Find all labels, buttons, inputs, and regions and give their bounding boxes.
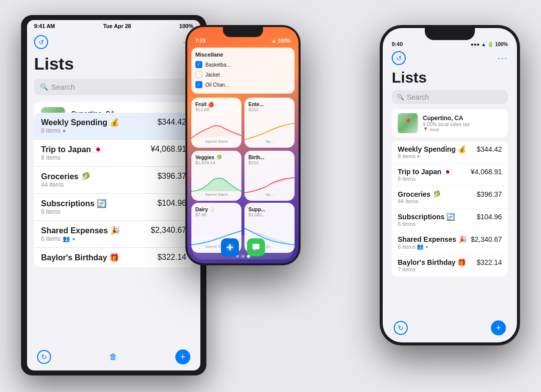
ipad-list-item-birthday[interactable]: Baylor's Birthday 🎁 $322.14 [34, 248, 193, 267]
widget-dairy-title: Dairy 🥛 [195, 207, 237, 212]
ipad-date: Tue Apr 28 [103, 23, 131, 29]
ipad-item-meta-groceries: 44 items [41, 181, 157, 188]
iphone-item-amount-weekly: $344.42 [476, 145, 502, 153]
misc-checkbox-basketball[interactable]: ✓ [195, 61, 202, 68]
ipad-item-name-japan: Trip to Japan 🇯🇵 [41, 145, 151, 154]
iphone-right-more-button[interactable]: ··· [497, 53, 508, 64]
misc-label-jacket: Jacket [205, 72, 220, 78]
messages-icon[interactable] [247, 238, 265, 256]
misc-checkbox-jacket[interactable] [195, 71, 202, 78]
ipad-item-name-weekly: Weekly Spending 💰 [41, 118, 157, 127]
iphone-item-amount-birthday: $322.14 [476, 258, 502, 266]
iphone-right-location-info: Cupertino, CA 9.00% local sales tax 📍 lo… [423, 115, 470, 132]
iphone-right-status-bar: 9:40 ●●● ▲ 🔋 100% [383, 40, 517, 48]
misc-label-basketball: Basketba... [205, 62, 230, 68]
iphone-right-screen: 9:40 ●●● ▲ 🔋 100% ↺ ··· Lists 🔍 Search [383, 28, 517, 342]
misc-checkbox-oilchange[interactable]: ✓ [195, 81, 202, 88]
iphone-list-item-shared[interactable]: Shared Expenses 🎉 6 items 👥 ● $2,340.67 [392, 231, 508, 254]
widget-entertainment-amount: $252. [248, 107, 291, 112]
iphone-right-location-tax: 9.00% local sales tax [423, 122, 470, 127]
sync-icon[interactable]: ↻ [37, 350, 51, 364]
iphone-right-toolbar: ↺ ··· [383, 48, 517, 68]
iphone-right-location-label: 📍 local [423, 127, 470, 132]
misc-item-jacket[interactable]: Jacket [195, 70, 291, 80]
iphone-item-amount-japan: ¥4,068.91 [471, 168, 502, 176]
ipad-item-amount-japan: ¥4,068.91 [151, 145, 186, 154]
ipad-item-name-groceries: Groceries 🥬 [41, 172, 157, 181]
widget-fruit[interactable]: Fruit 🍎 $12.68 Spend Stack [191, 98, 241, 148]
ipad-item-amount-groceries: $396.37 [157, 172, 186, 181]
misc-label-oilchange: Oil Chan... [205, 82, 229, 88]
widget-fruit-title: Fruit 🍎 [195, 102, 237, 107]
ipad-list-item-subscriptions[interactable]: Subscriptions 🔄 6 items $104.96 [34, 194, 193, 221]
trash-icon[interactable]: 🗑 [109, 352, 117, 361]
ipad-item-name-subscriptions: Subscriptions 🔄 [41, 199, 157, 208]
ipad-status-bar: 9:41 AM Tue Apr 28 100% [27, 20, 200, 32]
iphone-right-device: 9:40 ●●● ▲ 🔋 100% ↺ ··· Lists 🔍 Search [380, 25, 520, 345]
widgets-grid: Fruit 🍎 $12.68 Spend Stack Ente... $252. [187, 96, 299, 203]
widget-supplies-title: Supp... [248, 207, 291, 212]
ipad-item-name-shared: Shared Expenses 🎉 [41, 226, 151, 235]
widget-dairy-amount: $7.90 [195, 212, 237, 217]
refresh-icon[interactable]: ↺ [34, 35, 48, 49]
iphone-right-search-placeholder: Search [407, 93, 429, 101]
ipad-search-placeholder: Search [51, 83, 75, 91]
ipad-add-button[interactable]: + [175, 349, 190, 364]
ipad-item-meta-japan: 8 items [41, 154, 151, 161]
widget-veggies[interactable]: Veggies 🥬 $1,626.14 Spend Stack [191, 151, 241, 201]
iphone-center-battery: ▲ 100% [272, 38, 291, 44]
ipad-item-meta-weekly: 8 items ● [41, 127, 157, 134]
iphone-center-time: 7:23 [195, 38, 205, 44]
iphone-item-name-weekly: Weekly Spending 💰 [398, 145, 466, 153]
iphone-item-name-birthday: Baylor's Birthday 🎁 [398, 258, 466, 266]
iphone-center-status-bar: 7:23 ▲ 100% [187, 37, 299, 46]
iphone-right-list-group: Weekly Spending 💰 8 items ● $344.42 Trip… [392, 141, 508, 276]
ipad-list-item-weekly[interactable]: Weekly Spending 💰 8 items ● $344.42 [34, 113, 193, 140]
misc-item-oilchange[interactable]: ✓ Oil Chan... [195, 80, 291, 90]
ipad-screen: 9:41 AM Tue Apr 28 100% ↺ ··· Lists 🔍 Se… [27, 20, 200, 370]
iphone-item-name-shared: Shared Expenses 🎉 [398, 235, 467, 243]
ipad-item-meta-subscriptions: 6 items [41, 208, 157, 215]
ipad-item-amount-shared: $2,340.67 [151, 226, 186, 235]
iphone-right-sync-icon[interactable]: ↻ [394, 321, 408, 335]
iphone-right-search[interactable]: 🔍 Search [392, 90, 508, 104]
ipad-list-group: Weekly Spending 💰 8 items ● $344.42 Trip… [34, 113, 193, 267]
iphone-item-meta-groceries: 44 items [398, 198, 441, 204]
meta-dot-shared: ● [72, 236, 76, 242]
ipad-search-bar[interactable]: 🔍 Search [34, 79, 193, 95]
iphone-center-notch [223, 27, 263, 37]
iphone-right-add-button[interactable]: + [491, 320, 506, 335]
ipad-item-amount-subscriptions: $104.96 [157, 199, 186, 208]
widget-birthday[interactable]: Birth... $153. Sp... [244, 151, 295, 201]
iphone-item-meta-japan: 8 items [398, 176, 452, 182]
iphone-center-dock [192, 235, 294, 259]
iphone-right-battery: 100% [495, 42, 508, 47]
iphone-item-amount-groceries: $396.37 [476, 190, 502, 198]
iphone-item-amount-subscriptions: $104.96 [476, 213, 502, 221]
iphone-item-meta-birthday: 7 items [398, 266, 466, 272]
misc-item-basketball[interactable]: ✓ Basketba... [195, 60, 291, 70]
iphone-right-location-name: Cupertino, CA [423, 115, 470, 122]
iphone-list-item-japan[interactable]: Trip to Japan 🇯🇵 8 items ¥4,068.91 [392, 164, 508, 186]
iphone-list-item-groceries[interactable]: Groceries 🥬 44 items $396.37 [392, 186, 508, 209]
widget-veggies-amount: $1,626.14 [195, 160, 237, 165]
ipad-item-amount-birthday: $322.14 [157, 253, 186, 262]
misc-title: Miscellane [195, 52, 291, 58]
iphone-item-meta-subscriptions: 6 items [398, 221, 455, 227]
iphone-list-item-subscriptions[interactable]: Subscriptions 🔄 6 items $104.96 [392, 209, 508, 231]
iphone-right-search-icon: 🔍 [397, 94, 404, 101]
ipad-bottom-bar: ↻ 🗑 + [27, 345, 200, 368]
ipad-toolbar: ↺ ··· [27, 32, 200, 52]
widget-fruit-amount: $12.68 [195, 107, 237, 112]
ipad-list-item-japan[interactable]: Trip to Japan 🇯🇵 8 items ¥4,068.91 [34, 140, 193, 167]
iphone-right-map-thumb [398, 113, 418, 133]
iphone-right-location-card[interactable]: Cupertino, CA 9.00% local sales tax 📍 lo… [392, 109, 508, 137]
ipad-list-item-groceries[interactable]: Groceries 🥬 44 items $396.37 [34, 167, 193, 194]
safari-icon[interactable] [221, 238, 239, 256]
iphone-right-status-icons: ●●● ▲ 🔋 100% [470, 41, 508, 47]
iphone-list-item-weekly[interactable]: Weekly Spending 💰 8 items ● $344.42 [392, 141, 508, 164]
widget-entertainment[interactable]: Ente... $252. Sp... [244, 98, 295, 148]
iphone-right-refresh-icon[interactable]: ↺ [392, 51, 406, 65]
ipad-list-item-shared[interactable]: Shared Expenses 🎉 6 items 👥 ● $2,340.67 [34, 221, 193, 248]
iphone-list-item-birthday[interactable]: Baylor's Birthday 🎁 7 items $322.14 [392, 254, 508, 276]
